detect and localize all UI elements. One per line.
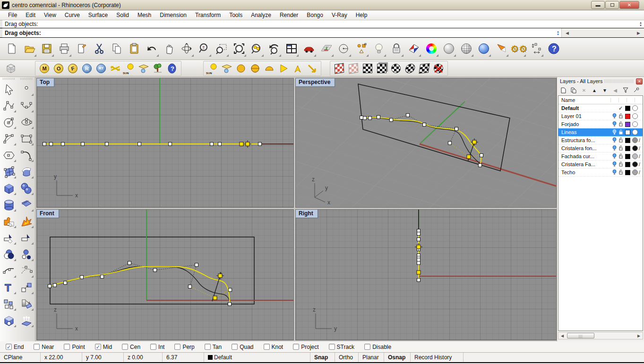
render-icon[interactable] [476,39,492,58]
planar-toggle[interactable]: Planar [359,353,384,362]
layers-panel-titlebar[interactable]: Layers - All Layers ✕ [557,77,644,85]
menu-curve[interactable]: Curve [60,11,84,19]
undo-view-icon[interactable] [266,39,282,58]
osnap-knot[interactable]: Knot [264,344,283,350]
ortho-toggle[interactable]: Ortho [335,353,359,362]
render-preview-icon[interactable] [441,39,457,58]
command-line-scrollbar[interactable]: ◀▶ [561,28,644,37]
layer-lock-icon[interactable] [618,137,624,143]
new-layer-icon[interactable] [559,86,567,94]
text-icon[interactable]: T [1,279,17,296]
explode-icon[interactable] [18,213,34,229]
light-icon[interactable] [371,39,387,58]
scroll-left-icon[interactable]: ◀ [558,332,566,339]
menu-tools[interactable]: Tools [225,11,247,19]
box-icon[interactable] [1,180,17,196]
uvw-off-icon[interactable] [346,62,361,75]
cplane-button[interactable]: CPlane [0,353,41,362]
layer-material-icon[interactable] [632,145,638,151]
arc-icon[interactable] [1,130,17,147]
menu-vray[interactable]: V-Ray [327,11,352,19]
pan-icon[interactable] [161,39,177,58]
layer-lock-icon[interactable] [618,129,624,135]
osnap-cen[interactable]: Cen [122,344,140,350]
help-icon[interactable]: ? [546,39,562,58]
viewport-layout-icon[interactable] [283,39,300,58]
layer-lock-icon[interactable] [618,121,624,127]
zoom-window-icon[interactable] [214,39,230,58]
layer-lock-icon[interactable] [618,145,624,151]
osnap-toggle[interactable]: Osnap [384,353,411,362]
tool-column-grip[interactable] [20,78,33,80]
undo-icon[interactable] [144,39,160,58]
circle-icon[interactable] [336,39,352,58]
new-icon[interactable] [4,39,20,58]
move-icon[interactable] [18,279,34,296]
viewport-perspective-label[interactable]: Perspective [296,78,335,87]
trim-icon[interactable] [1,229,17,246]
layer-row[interactable]: Techo / [558,169,643,177]
menu-file[interactable]: File [4,11,21,19]
osnap-project[interactable]: Project [293,344,318,350]
title-bar[interactable]: centro comenrcial - Rhinoceros (Corporat… [0,0,644,10]
menu-transform[interactable]: Transform [191,11,225,19]
render-mesh-icon[interactable] [458,39,474,58]
layer-row-selected[interactable]: Lineas [558,128,643,136]
zoom-selected-icon[interactable] [249,39,265,58]
print-preview-icon[interactable] [74,39,90,58]
viewport-right-label[interactable]: Right [296,210,318,218]
layer-material-icon[interactable] [632,161,638,167]
dome-light-icon[interactable] [248,62,262,75]
vray-option-o-icon[interactable]: O [52,62,66,75]
layer-on-bulb-icon[interactable] [611,169,618,175]
layer-lock-icon[interactable] [618,113,624,119]
layer-material-icon[interactable] [632,153,638,159]
layer-color-swatch[interactable] [625,138,630,143]
command-line[interactable]: Drag objects: ▲▼ ◀▶ [0,28,644,38]
split-icon[interactable] [18,229,34,246]
cylindrical-mapping-icon[interactable] [403,62,417,75]
tool-column-grip[interactable] [3,78,15,80]
cut-icon[interactable] [91,39,107,58]
layer-on-bulb-icon[interactable] [611,137,618,143]
vray-infinite-plane-icon[interactable] [137,62,151,75]
copy-layer-icon[interactable] [570,86,577,94]
layer-lock-icon[interactable] [618,161,624,167]
record-history-toggle[interactable]: Record History [411,353,464,362]
viewport-front-label[interactable]: Front [37,210,59,218]
layer-on-bulb-icon[interactable] [611,121,618,127]
extrude-icon[interactable] [18,312,34,329]
paste-icon[interactable] [126,39,142,58]
menu-help[interactable]: Help [352,11,372,19]
boolean-icon[interactable] [1,246,17,262]
cplane-icon[interactable] [318,39,335,58]
layers-name-header[interactable]: Name [558,96,643,104]
close-button[interactable]: ✕ [619,1,639,9]
control-point-curve-icon[interactable] [18,97,34,114]
dimension-icon[interactable] [528,39,544,58]
rectangle-icon[interactable] [18,130,34,147]
filter-icon[interactable] [622,86,629,94]
osnap-tan[interactable]: Tan [205,344,222,350]
layer-on-bulb-icon[interactable] [611,145,618,151]
scroll-right-icon[interactable]: ▶ [635,332,643,339]
layer-color-swatch[interactable] [625,162,630,167]
viewport-top-label[interactable]: Top [37,78,54,87]
flag-icon[interactable] [276,62,291,75]
menu-solid[interactable]: Solid [112,11,133,19]
options-icon[interactable]: ⚙⚙ [511,39,527,58]
box-mapping-icon[interactable] [375,62,389,75]
layers-panel-close-icon[interactable]: ✕ [636,78,643,85]
ellipse-icon[interactable] [18,114,34,130]
fillet-curve-icon[interactable] [1,262,17,279]
snap-toggle[interactable]: Snap [310,353,335,362]
layer-color-swatch[interactable] [625,122,630,127]
color-wheel-icon[interactable] [423,39,439,58]
layer-on-bulb-icon[interactable] [611,129,618,135]
polygon-icon[interactable] [1,147,17,163]
osnap-mid[interactable]: ✓Mid [95,344,112,350]
menu-analyze[interactable]: Analyze [247,11,275,19]
current-layer-cell[interactable]: Default [204,353,310,362]
layer-color-swatch[interactable] [625,154,630,159]
layer-tools-icon[interactable] [632,86,640,94]
